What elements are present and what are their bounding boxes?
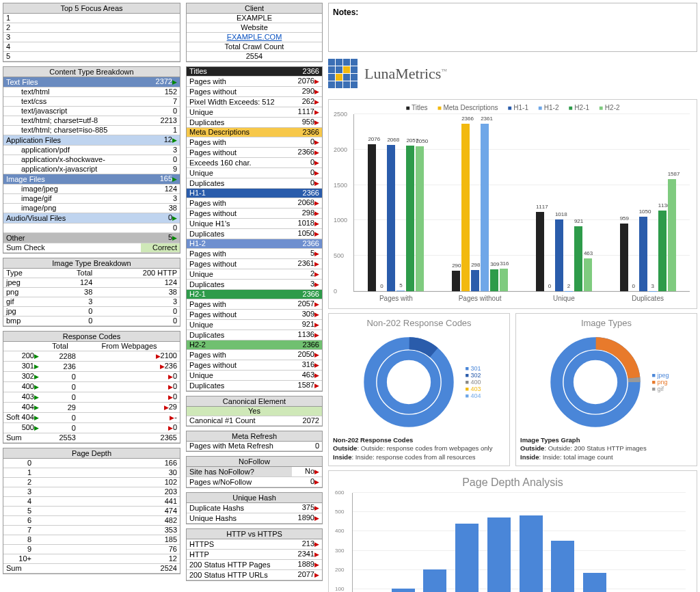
brand: LunaMetrics™ [328, 56, 697, 95]
donut-images-legend: jpeg png gif [652, 372, 669, 392]
meta-refresh-panel: Meta Refresh Pages with Meta Refresh0 [186, 431, 323, 452]
column-left: Top 5 Focus Areas 1 2 3 4 5 Content Type… [3, 3, 180, 592]
donut-response-legend: 301 302 400 403 404 [466, 365, 481, 399]
response-codes-panel: Response Codes TotalFrom Webpages200▶228… [3, 331, 180, 444]
bar-chart-legend: Titles Meta Descriptions H1-1 H1-2 H2-1 … [333, 104, 692, 111]
page-depth-panel: Page Depth 01661302102320344415474648273… [3, 448, 180, 574]
focus-areas-panel: Top 5 Focus Areas 1 2 3 4 5 [3, 3, 180, 62]
svg-point-7 [568, 355, 622, 409]
crawl-count: 2554 [187, 52, 322, 62]
unique-hash-panel: Unique Hash Duplicate Hashs375▶Unique Ha… [186, 492, 323, 524]
donut-images-svg [544, 331, 647, 433]
donut-response-codes: Non-202 Response Codes 301 302 400 403 4… [328, 313, 510, 466]
head-sections-panel: Titles2366Pages with2076▶Pages without29… [186, 66, 323, 392]
focus-areas-table: 1 2 3 4 5 [3, 14, 180, 62]
client-website-link[interactable]: EXAMPLE.COM [227, 33, 282, 41]
content-breakdown-panel: Content Type Breakdown Text Files2372▶te… [3, 66, 180, 254]
column-right: Notes: LunaMetrics™ Titles Meta Descript… [328, 3, 697, 592]
client-panel: Client EXAMPLE Website EXAMPLE.COM Total… [186, 3, 323, 62]
brand-text: LunaMetrics™ [364, 65, 447, 83]
brand-logo-icon [328, 59, 358, 88]
http-https-panel: HTTP vs HTTPS HTTPS213▶HTTP2341▶200 Stat… [186, 528, 323, 581]
column-middle: Client EXAMPLE Website EXAMPLE.COM Total… [186, 3, 323, 592]
notes-box[interactable]: Notes: [328, 3, 697, 52]
donut-response-svg [358, 331, 460, 433]
svg-point-2 [381, 355, 435, 409]
bar-chart: Titles Meta Descriptions H1-1 H1-2 H2-1 … [328, 99, 697, 309]
donut-image-types: Image Types jpeg png gif [515, 313, 697, 466]
canonical-panel: Canonical Element Yes Canonical #1 Count… [186, 396, 323, 427]
client-name: EXAMPLE [187, 14, 322, 23]
focus-areas-title: Top 5 Focus Areas [3, 3, 180, 14]
content-breakdown-title: Content Type Breakdown [3, 67, 180, 77]
image-breakdown-panel: Image Type Breakdown TypeTotal200 HTTPjp… [3, 258, 180, 327]
nofollow-panel: NoFollow Site has NoFollow?No▶Pages w/No… [186, 456, 323, 488]
depth-chart: Page Depth Analysis 01002003004005006001… [328, 470, 697, 592]
